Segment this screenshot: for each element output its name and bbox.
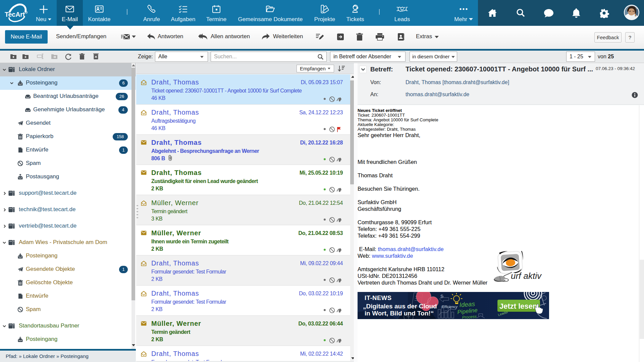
svg-text:Process: Process	[462, 314, 477, 319]
svg-text:R: R	[26, 11, 27, 13]
svg-text:„Digitales aus der Cloud: „Digitales aus der Cloud	[363, 303, 437, 310]
svg-text:Efficiency: Efficiency	[442, 305, 458, 309]
svg-text:$: $	[440, 293, 443, 299]
svg-text:TecArt: TecArt	[5, 11, 25, 18]
svg-text:IT-NEWS: IT-NEWS	[365, 294, 392, 301]
svg-text:urf aktiv: urf aktiv	[511, 271, 542, 281]
svg-text:in Wort, Bild und Ton!“: in Wort, Bild und Ton!“	[365, 310, 434, 317]
svg-text:Jetzt lesen: Jetzt lesen	[499, 302, 537, 310]
